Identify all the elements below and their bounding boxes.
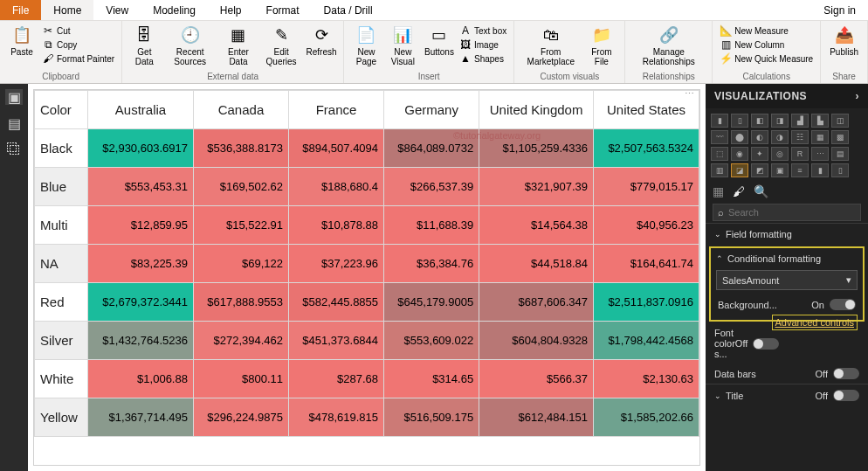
tab-help[interactable]: Help [208, 0, 254, 20]
column-header[interactable]: United States [594, 91, 699, 129]
from-marketplace-button[interactable]: 🛍From Marketplace [520, 23, 582, 68]
matrix-cell[interactable]: $287.68 [289, 360, 384, 398]
viz-type-chip[interactable]: ✦ [751, 147, 768, 161]
viz-type-chip[interactable]: ▩ [831, 130, 849, 144]
row-header[interactable]: Multi [35, 206, 88, 245]
matrix-cell[interactable]: $272,394.462 [193, 322, 288, 360]
viz-type-chip[interactable]: ◪ [731, 163, 748, 177]
textbox-button[interactable]: AText box [459, 24, 506, 37]
new-page-button[interactable]: 📄New Page [349, 23, 383, 68]
row-header[interactable]: Black [35, 129, 88, 168]
matrix-cell[interactable]: $266,537.39 [384, 168, 479, 206]
matrix-cell[interactable]: $164,641.74 [594, 245, 699, 283]
row-header[interactable]: Silver [35, 322, 88, 360]
row-header[interactable]: NA [35, 245, 88, 283]
viz-type-chip[interactable]: ▟ [791, 114, 809, 128]
new-column-button[interactable]: ▥New Column [720, 38, 813, 51]
row-header[interactable]: Yellow [35, 398, 88, 437]
matrix-cell[interactable]: $1,006.88 [88, 360, 194, 398]
new-measure-button[interactable]: 📐New Measure [720, 24, 813, 37]
matrix-cell[interactable]: $1,798,442.4568 [594, 322, 699, 360]
matrix-cell[interactable]: $169,502.62 [193, 168, 288, 206]
column-header[interactable]: Germany [384, 91, 479, 129]
viz-type-chip[interactable]: ▮ [811, 163, 829, 177]
tab-format[interactable]: Format [254, 0, 312, 20]
matrix-cell[interactable]: $44,518.84 [479, 245, 594, 283]
viz-type-chip[interactable]: ▮ [711, 114, 728, 128]
title-toggle[interactable] [833, 390, 859, 401]
tab-home[interactable]: Home [41, 0, 93, 20]
paste-button[interactable]: 📋Paste [5, 23, 38, 59]
matrix-cell[interactable]: $612,484.151 [479, 398, 594, 437]
matrix-cell[interactable]: $1,432,764.5236 [88, 322, 194, 360]
from-file-button[interactable]: 📁From File [583, 23, 619, 68]
data-bars-toggle[interactable] [833, 368, 859, 379]
viz-type-chip[interactable]: 〰 [711, 130, 728, 144]
format-painter-button[interactable]: 🖌Format Painter [42, 52, 114, 65]
tab-view[interactable]: View [93, 0, 141, 20]
matrix-cell[interactable]: $40,956.23 [594, 206, 699, 245]
search-input[interactable] [728, 207, 856, 218]
viz-type-chip[interactable]: ⋯ [811, 147, 829, 161]
matrix-cell[interactable]: $687,606.347 [479, 283, 594, 322]
tab-file[interactable]: File [0, 0, 41, 20]
matrix-cell[interactable]: $451,373.6844 [289, 322, 384, 360]
refresh-button[interactable]: ⟳Refresh [305, 23, 338, 59]
model-view-icon[interactable]: ⿻ [5, 142, 23, 157]
matrix-cell[interactable]: $478,619.815 [289, 398, 384, 437]
title-section[interactable]: ⌄Title Off [706, 384, 868, 406]
viz-type-chip[interactable]: ◨ [771, 114, 789, 128]
matrix-cell[interactable]: $296,224.9875 [193, 398, 288, 437]
matrix-cell[interactable]: $11,688.39 [384, 206, 479, 245]
matrix-cell[interactable]: $10,878.88 [289, 206, 384, 245]
sign-in-link[interactable]: Sign in [811, 4, 868, 17]
matrix-cell[interactable]: $645,179.9005 [384, 283, 479, 322]
matrix-cell[interactable]: $15,522.91 [193, 206, 288, 245]
viz-type-chip[interactable]: ◎ [771, 147, 789, 161]
matrix-cell[interactable]: $83,225.39 [88, 245, 194, 283]
copy-button[interactable]: ⧉Copy [42, 38, 114, 51]
row-header[interactable]: White [35, 360, 88, 398]
matrix-cell[interactable]: $188,680.4 [289, 168, 384, 206]
viz-type-chip[interactable]: ▯ [731, 114, 748, 128]
tab-modeling[interactable]: Modeling [141, 0, 208, 20]
matrix-cell[interactable]: $553,609.022 [384, 322, 479, 360]
edit-queries-button[interactable]: ✎Edit Queries [259, 23, 303, 68]
manage-relationships-button[interactable]: 🔗Manage Relationships [630, 23, 706, 68]
background-toggle[interactable] [830, 299, 856, 310]
enter-data-button[interactable]: ▦Enter Data [219, 23, 258, 68]
matrix-cell[interactable]: $321,907.39 [479, 168, 594, 206]
cut-button[interactable]: ✂Cut [42, 24, 114, 37]
data-view-icon[interactable]: ▤ [5, 115, 23, 131]
font-color-toggle[interactable] [753, 338, 779, 350]
matrix-cell[interactable]: $2,130.63 [594, 360, 699, 398]
viz-type-chip[interactable]: ▦ [811, 130, 829, 144]
matrix-cell[interactable]: $604,804.9328 [479, 322, 594, 360]
column-header[interactable]: United Kingdom [479, 91, 594, 129]
advanced-controls-link[interactable]: Advanced controls [772, 315, 858, 330]
matrix-cell[interactable]: $894,507.4094 [289, 129, 384, 168]
matrix-cell[interactable]: $566.37 [479, 360, 594, 398]
field-formatting-section[interactable]: ⌄Field formatting [706, 223, 868, 245]
matrix-cell[interactable]: $617,888.9553 [193, 283, 288, 322]
row-header[interactable]: Blue [35, 168, 88, 206]
viz-type-chip[interactable]: ☷ [791, 130, 809, 144]
viz-type-chip[interactable]: ◉ [731, 147, 748, 161]
visual-more-icon[interactable]: ⋯ [685, 88, 694, 100]
matrix-cell[interactable]: $516,509.175 [384, 398, 479, 437]
analytics-tab-icon[interactable]: 🔍 [754, 184, 768, 198]
viz-type-chip[interactable]: ⬤ [731, 130, 748, 144]
matrix-cell[interactable]: $553,453.31 [88, 168, 194, 206]
matrix-corner[interactable]: Color [35, 91, 88, 129]
image-button[interactable]: 🖼Image [459, 38, 506, 51]
recent-sources-button[interactable]: 🕘Recent Sources [163, 23, 217, 68]
new-quick-measure-button[interactable]: ⚡New Quick Measure [720, 52, 813, 65]
report-view-icon[interactable]: ▣ [5, 89, 23, 105]
matrix-cell[interactable]: $582,445.8855 [289, 283, 384, 322]
viz-type-chip[interactable]: ◫ [831, 114, 849, 128]
new-visual-button[interactable]: 📊New Visual [385, 23, 421, 68]
matrix-cell[interactable]: $800.11 [193, 360, 288, 398]
fields-tab-icon[interactable]: ▦ [713, 184, 724, 198]
format-tab-icon[interactable]: 🖌 [733, 184, 745, 198]
matrix-cell[interactable]: $779,015.17 [594, 168, 699, 206]
